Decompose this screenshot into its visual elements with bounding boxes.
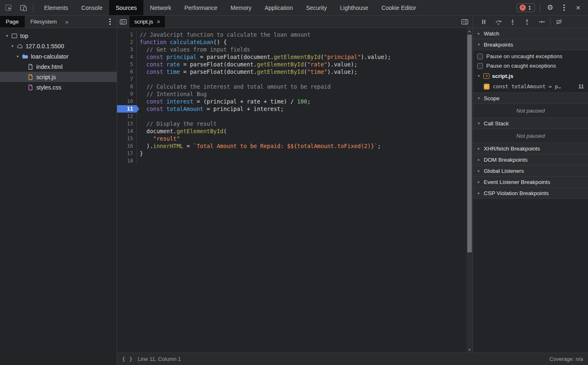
hide-navigator-icon[interactable]: [117, 16, 129, 28]
editor-scrollbar[interactable]: ▲ ▼: [466, 28, 473, 353]
breakpoints-section-header[interactable]: ▾ Breakpoints: [473, 39, 588, 50]
line-number-8[interactable]: 8: [117, 83, 136, 90]
tab-performance[interactable]: Performance: [178, 0, 224, 15]
scope-section-header[interactable]: ▾ Scope: [473, 93, 588, 104]
devtools-window: ElementsConsoleSourcesNetworkPerformance…: [0, 0, 588, 365]
code-line-14[interactable]: document.getElementById(: [140, 127, 473, 135]
code-line-4[interactable]: const principal = parseFloat(document.ge…: [140, 53, 473, 61]
scrollbar-thumb[interactable]: [467, 35, 472, 252]
breakpoint-checkbox[interactable]: [484, 84, 490, 89]
global-listeners-section-header[interactable]: ▸ Global Listeners: [473, 165, 588, 177]
scroll-down-icon[interactable]: ▼: [468, 347, 471, 353]
breakpoint-file-group[interactable]: ▾ script.js: [473, 71, 588, 81]
breakpoint-marker-line-11[interactable]: 11: [117, 105, 136, 113]
breakpoint-entry[interactable]: const totalAmount = p… 11: [473, 81, 588, 92]
line-number-4[interactable]: 4: [117, 53, 136, 61]
call-stack-section-header[interactable]: ▾ Call Stack: [473, 118, 588, 129]
code-line-8[interactable]: // Calculate the interest and total amou…: [140, 83, 473, 90]
close-devtools-icon[interactable]: ✕: [573, 3, 583, 13]
event-listener-breakpoints-section-header[interactable]: ▸ Event Listener Breakpoints: [473, 177, 588, 188]
tab-lighthouse[interactable]: Lighthouse: [333, 0, 375, 15]
tab-application[interactable]: Application: [258, 0, 300, 15]
line-number-17[interactable]: 17: [117, 150, 136, 157]
tab-cookie-editor[interactable]: Cookie Editor: [375, 0, 423, 15]
line-number-5[interactable]: 5: [117, 61, 136, 68]
code-line-18[interactable]: [140, 157, 473, 165]
tab-network[interactable]: Network: [143, 0, 178, 15]
collapsed-arrow-icon: ▸: [477, 180, 481, 184]
settings-gear-icon[interactable]: ⚙: [545, 3, 555, 13]
tree-item-label: styles.css: [36, 84, 61, 91]
line-number-6[interactable]: 6: [117, 68, 136, 75]
step-out-icon[interactable]: [521, 16, 533, 27]
line-number-10[interactable]: 10: [117, 98, 136, 105]
tab-memory[interactable]: Memory: [224, 0, 258, 15]
device-toolbar-icon[interactable]: [18, 2, 29, 13]
dom-breakpoints-section-header[interactable]: ▸ DOM Breakpoints: [473, 154, 588, 165]
code-line-16[interactable]: ).innerHTML = `Total Amount to be Repaid…: [140, 142, 473, 150]
tree-item-styles-css[interactable]: styles.css: [0, 82, 117, 92]
tree-item-script-js[interactable]: script.js: [0, 72, 117, 82]
more-tabs-icon[interactable]: [63, 16, 71, 28]
navigator-tab-page[interactable]: Page: [0, 16, 25, 28]
line-number-18[interactable]: 18: [117, 157, 136, 165]
code-line-3[interactable]: // Get values from input fields: [140, 46, 473, 53]
code-line-13[interactable]: // Display the result: [140, 120, 473, 127]
code-line-10[interactable]: const interest = (principal + rate + tim…: [140, 98, 473, 105]
line-number-14[interactable]: 14: [117, 127, 136, 135]
tab-console[interactable]: Console: [75, 0, 109, 15]
tree-item-top[interactable]: ▾top: [0, 31, 117, 41]
tab-elements[interactable]: Elements: [37, 0, 75, 15]
tree-item-index-html[interactable]: index.html: [0, 61, 117, 72]
line-number-9[interactable]: 9: [117, 90, 136, 98]
pause-caught-checkbox[interactable]: [477, 63, 483, 69]
pause-on-caught-row[interactable]: Pause on caught exceptions: [473, 61, 588, 71]
file-js-icon: [27, 74, 34, 80]
scroll-up-icon[interactable]: ▲: [468, 28, 471, 34]
tab-sources[interactable]: Sources: [109, 0, 143, 15]
code-line-12[interactable]: [140, 113, 473, 120]
line-number-13[interactable]: 13: [117, 120, 136, 127]
code-line-15[interactable]: "result": [140, 135, 473, 142]
watch-section-header[interactable]: ▸ Watch: [473, 28, 588, 39]
navigator-kebab-icon[interactable]: [106, 17, 114, 27]
tab-security[interactable]: Security: [300, 0, 334, 15]
more-options-kebab-icon[interactable]: [560, 3, 568, 13]
code-editor[interactable]: // JavaScript function to calculate the …: [137, 31, 473, 165]
pause-on-uncaught-row[interactable]: Pause on uncaught exceptions: [473, 52, 588, 61]
code-line-2[interactable]: function calculateLoan() {: [140, 38, 473, 46]
line-number-16[interactable]: 16: [117, 142, 136, 150]
line-number-12[interactable]: 12: [117, 113, 136, 120]
editor-tab-scriptjs[interactable]: script.js ✕: [129, 16, 165, 28]
code-line-5[interactable]: const rate = parseFloat(document.getElem…: [140, 61, 473, 68]
line-number-2[interactable]: 2: [117, 38, 136, 46]
line-number-1[interactable]: 1: [117, 31, 136, 38]
error-count-badge[interactable]: ✕ 1: [517, 3, 535, 12]
tree-item-loan-calculator[interactable]: ▾loan-calculator: [0, 51, 117, 61]
navigator-tab-filesystem[interactable]: Filesystem: [25, 16, 63, 28]
code-line-7[interactable]: [140, 75, 473, 83]
code-line-17[interactable]: }: [140, 150, 473, 157]
code-line-6[interactable]: const time = parseFloat(document.getElem…: [140, 68, 473, 75]
step-into-icon[interactable]: [507, 16, 518, 27]
code-line-11[interactable]: const totalAmount = principal + interest…: [140, 105, 473, 113]
xhr-breakpoints-section-header[interactable]: ▸ XHR/fetch Breakpoints: [473, 143, 588, 154]
step-over-icon[interactable]: [492, 16, 504, 27]
code-line-9[interactable]: // Intentional Bug: [140, 90, 473, 98]
tree-item-127-0-0-1-5500[interactable]: ▾127.0.0.1:5500: [0, 41, 117, 51]
line-number-15[interactable]: 15: [117, 135, 136, 142]
close-tab-icon[interactable]: ✕: [157, 19, 161, 25]
line-number-3[interactable]: 3: [117, 46, 136, 53]
step-icon[interactable]: [536, 16, 547, 27]
deactivate-breakpoints-icon[interactable]: [553, 16, 565, 27]
pause-uncaught-checkbox[interactable]: [477, 54, 483, 59]
hide-debugger-icon[interactable]: [459, 16, 471, 28]
line-number-7[interactable]: 7: [117, 75, 136, 83]
inspect-element-icon[interactable]: [3, 2, 14, 13]
csp-violation-breakpoints-section-header[interactable]: ▸ CSP Violation Breakpoints: [473, 188, 588, 199]
pause-script-icon[interactable]: [478, 16, 490, 27]
collapsed-arrow-icon: ▸: [477, 31, 481, 35]
pretty-print-icon[interactable]: [122, 356, 133, 362]
code-line-1[interactable]: // JavaScript function to calculate the …: [140, 31, 473, 38]
line-number-gutter[interactable]: 123456789101112131415161718: [117, 31, 137, 165]
